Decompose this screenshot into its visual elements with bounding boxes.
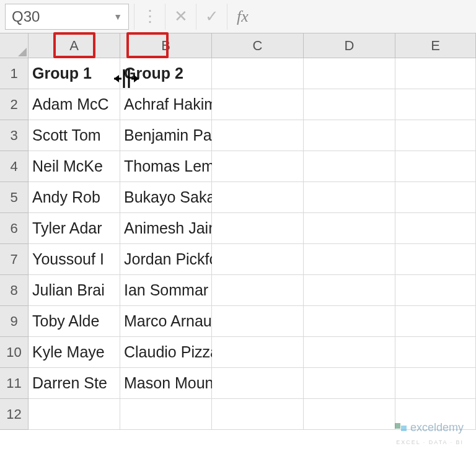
column-header-d[interactable]: D — [304, 33, 395, 58]
cell-a8[interactable]: Julian Brai — [29, 275, 120, 306]
cell-d12[interactable] — [304, 399, 395, 430]
table-row: 5 Andy Rob Bukayo Saka — [0, 182, 476, 213]
row-header-5[interactable]: 5 — [0, 182, 29, 213]
cell-a10[interactable]: Kyle Maye — [29, 337, 120, 368]
cell-a12[interactable] — [29, 399, 120, 430]
row-header-8[interactable]: 8 — [0, 275, 29, 306]
cell-a11[interactable]: Darren Ste — [29, 368, 120, 399]
cell-b2[interactable]: Achraf Hakimi — [120, 89, 212, 120]
row-header-10[interactable]: 10 — [0, 337, 29, 368]
table-row: 11 Darren Ste Mason Mount — [0, 368, 476, 399]
cell-b4[interactable]: Thomas Lemar — [120, 151, 212, 182]
row-header-9[interactable]: 9 — [0, 306, 29, 337]
table-row: 9 Toby Alde Marco Arnautovic — [0, 306, 476, 337]
cell-c6[interactable] — [212, 213, 304, 244]
cell-e9[interactable] — [395, 306, 476, 337]
cell-c5[interactable] — [212, 182, 304, 213]
cell-e11[interactable] — [395, 368, 476, 399]
cell-d6[interactable] — [304, 213, 395, 244]
cell-d7[interactable] — [304, 244, 395, 275]
cancel-icon: ✕ — [165, 4, 196, 30]
table-row: 10 Kyle Maye Claudio Pizzaro — [0, 337, 476, 368]
cell-b10[interactable]: Claudio Pizzaro — [120, 337, 212, 368]
cell-b3[interactable]: Benjamin Pavard — [120, 120, 212, 151]
row-header-11[interactable]: 11 — [0, 368, 29, 399]
cell-d2[interactable] — [304, 89, 395, 120]
cell-b12[interactable] — [120, 399, 212, 430]
cell-a1[interactable]: Group 1 — [29, 58, 120, 89]
column-header-b[interactable]: B — [120, 33, 212, 58]
cell-c10[interactable] — [212, 337, 304, 368]
watermark-logo: exceldemy — [394, 421, 464, 434]
cell-d9[interactable] — [304, 306, 395, 337]
cell-c8[interactable] — [212, 275, 304, 306]
cell-a3[interactable]: Scott Tom — [29, 120, 120, 151]
cell-d1[interactable] — [304, 58, 395, 89]
column-headers-row: A B C D E — [0, 33, 476, 58]
cell-e1[interactable] — [395, 58, 476, 89]
row-header-1[interactable]: 1 — [0, 58, 29, 89]
cell-c3[interactable] — [212, 120, 304, 151]
table-row: 8 Julian Brai Ian Sommar — [0, 275, 476, 306]
name-box[interactable]: Q30 ▼ — [5, 4, 129, 30]
column-header-c[interactable]: C — [212, 33, 304, 58]
cell-a4[interactable]: Neil McKe — [29, 151, 120, 182]
row-header-2[interactable]: 2 — [0, 89, 29, 120]
cell-c12[interactable] — [212, 399, 304, 430]
cell-e10[interactable] — [395, 337, 476, 368]
cell-b5[interactable]: Bukayo Saka — [120, 182, 212, 213]
table-row: 7 Youssouf I Jordan Pickford — [0, 244, 476, 275]
cell-c1[interactable] — [212, 58, 304, 89]
fx-button[interactable]: fx — [227, 4, 258, 30]
cell-b8[interactable]: Ian Sommar — [120, 275, 212, 306]
cell-a5[interactable]: Andy Rob — [29, 182, 120, 213]
svg-rect-6 — [395, 423, 400, 429]
cell-e8[interactable] — [395, 275, 476, 306]
cell-d11[interactable] — [304, 368, 395, 399]
cell-c7[interactable] — [212, 244, 304, 275]
cell-b1[interactable]: Group 2 — [120, 58, 212, 89]
confirm-icon: ✓ — [196, 4, 227, 30]
cell-a6[interactable]: Tyler Adar — [29, 213, 120, 244]
table-row: 6 Tyler Adar Animesh Jain — [0, 213, 476, 244]
row-header-3[interactable]: 3 — [0, 120, 29, 151]
dropdown-icon[interactable]: ▼ — [113, 12, 122, 22]
column-header-e[interactable]: E — [395, 33, 476, 58]
watermark-icon — [394, 421, 408, 434]
row-header-12[interactable]: 12 — [0, 399, 29, 430]
cell-e3[interactable] — [395, 120, 476, 151]
svg-rect-7 — [401, 426, 407, 431]
cell-d8[interactable] — [304, 275, 395, 306]
cell-c4[interactable] — [212, 151, 304, 182]
column-header-a[interactable]: A — [29, 33, 120, 58]
cell-d3[interactable] — [304, 120, 395, 151]
cell-a2[interactable]: Adam McC — [29, 89, 120, 120]
cell-b11[interactable]: Mason Mount — [120, 368, 212, 399]
cell-d4[interactable] — [304, 151, 395, 182]
cell-e6[interactable] — [395, 213, 476, 244]
table-row: 1 Group 1 Group 2 — [0, 58, 476, 89]
cell-a9[interactable]: Toby Alde — [29, 306, 120, 337]
cell-e7[interactable] — [395, 244, 476, 275]
row-header-7[interactable]: 7 — [0, 244, 29, 275]
cell-c2[interactable] — [212, 89, 304, 120]
cell-e4[interactable] — [395, 151, 476, 182]
cell-c9[interactable] — [212, 306, 304, 337]
cell-b7[interactable]: Jordan Pickford — [120, 244, 212, 275]
cell-c11[interactable] — [212, 368, 304, 399]
cell-a7[interactable]: Youssouf I — [29, 244, 120, 275]
cell-b6[interactable]: Animesh Jain — [120, 213, 212, 244]
row-header-6[interactable]: 6 — [0, 213, 29, 244]
row-header-4[interactable]: 4 — [0, 151, 29, 182]
table-row: 3 Scott Tom Benjamin Pavard — [0, 120, 476, 151]
cell-e2[interactable] — [395, 89, 476, 120]
table-row: 2 Adam McC Achraf Hakimi — [0, 89, 476, 120]
cell-b9[interactable]: Marco Arnautovic — [120, 306, 212, 337]
select-all-triangle-icon — [18, 48, 27, 56]
cell-e5[interactable] — [395, 182, 476, 213]
cell-d10[interactable] — [304, 337, 395, 368]
cell-d5[interactable] — [304, 182, 395, 213]
select-all-corner[interactable] — [0, 33, 29, 58]
formula-separator-icon: ⋮ — [134, 4, 165, 30]
name-box-value: Q30 — [12, 8, 40, 25]
